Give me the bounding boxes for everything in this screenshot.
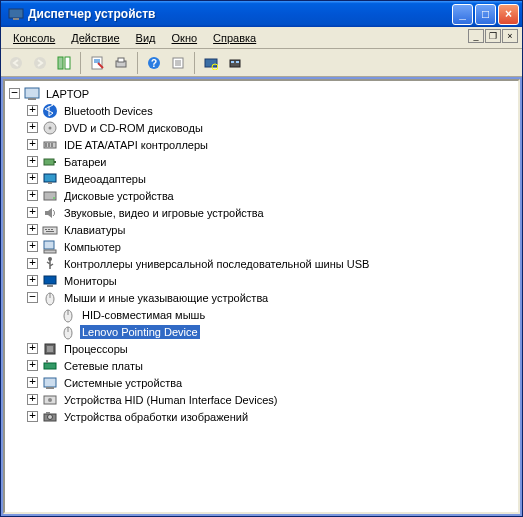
close-button[interactable]: × xyxy=(498,4,519,25)
menu-action[interactable]: Действие xyxy=(63,30,127,46)
tree-category-label[interactable]: Батареи xyxy=(62,155,109,169)
expand-icon[interactable]: + xyxy=(27,207,38,218)
tree-category-label[interactable]: Звуковые, видео и игровые устройства xyxy=(62,206,266,220)
titlebar[interactable]: Диспетчер устройств _ □ × xyxy=(1,1,522,27)
tree-device-label[interactable]: Lenovo Pointing Device xyxy=(80,325,200,339)
expand-icon[interactable]: + xyxy=(27,411,38,422)
tree-category-node[interactable]: + Звуковые, видео и игровые устройства xyxy=(27,204,516,221)
sound-icon xyxy=(42,205,58,221)
bluetooth-icon xyxy=(42,103,58,119)
tree-device-label[interactable]: HID-совместимая мышь xyxy=(80,308,207,322)
expand-icon[interactable]: + xyxy=(27,394,38,405)
menu-window[interactable]: Окно xyxy=(164,30,206,46)
tree-category-label[interactable]: Видеоадаптеры xyxy=(62,172,148,186)
tree-category-node[interactable]: + DVD и CD-ROM дисководы xyxy=(27,119,516,136)
tree-category-node[interactable]: + Батареи xyxy=(27,153,516,170)
tree-category-node[interactable]: + IDE ATA/ATAPI контроллеры xyxy=(27,136,516,153)
display-icon xyxy=(42,171,58,187)
tree-category-node[interactable]: + Компьютер xyxy=(27,238,516,255)
maximize-button[interactable]: □ xyxy=(475,4,496,25)
expand-icon[interactable]: + xyxy=(27,360,38,371)
app-icon xyxy=(8,6,24,22)
expand-icon[interactable]: + xyxy=(27,105,38,116)
mdi-close-button[interactable]: × xyxy=(502,29,518,43)
expand-icon[interactable]: + xyxy=(27,190,38,201)
menu-view[interactable]: Вид xyxy=(128,30,164,46)
tree-category-label[interactable]: Клавиатуры xyxy=(62,223,127,237)
tree-category-label[interactable]: IDE ATA/ATAPI контроллеры xyxy=(62,138,210,152)
tree-category-node[interactable]: − Мыши и иные указывающие устройства xyxy=(27,289,516,306)
mdi-restore-button[interactable]: ❐ xyxy=(485,29,501,43)
disk-icon xyxy=(42,188,58,204)
tree-category-label[interactable]: Контроллеры универсальной последовательн… xyxy=(62,257,371,271)
minimize-button[interactable]: _ xyxy=(452,4,473,25)
tree-category-node[interactable]: + Устройства HID (Human Interface Device… xyxy=(27,391,516,408)
tree-category-label[interactable]: Устройства HID (Human Interface Devices) xyxy=(62,393,279,407)
tree-category-label[interactable]: Bluetooth Devices xyxy=(62,104,155,118)
tree-category-node[interactable]: + Процессоры xyxy=(27,340,516,357)
tree-category-node[interactable]: + Видеоадаптеры xyxy=(27,170,516,187)
collapse-icon[interactable]: − xyxy=(9,88,20,99)
svg-rect-10 xyxy=(118,58,124,62)
app-window: Диспетчер устройств _ □ × Консоль Действ… xyxy=(0,0,523,517)
tree-category-label[interactable]: DVD и CD-ROM дисководы xyxy=(62,121,205,135)
collapse-icon[interactable]: − xyxy=(27,292,38,303)
uninstall-button[interactable] xyxy=(224,52,246,74)
tree-category-label[interactable]: Процессоры xyxy=(62,342,130,356)
tree-category-node[interactable]: + Мониторы xyxy=(27,272,516,289)
tree-category-node[interactable]: + Устройства обработки изображений xyxy=(27,408,516,425)
tree-category-label[interactable]: Сетевые платы xyxy=(62,359,145,373)
menu-help[interactable]: Справка xyxy=(205,30,264,46)
menu-console[interactable]: Консоль xyxy=(5,30,63,46)
monitor-icon xyxy=(42,273,58,289)
tree-category-node[interactable]: + Сетевые платы xyxy=(27,357,516,374)
tree-category-node[interactable]: + Дисковые устройства xyxy=(27,187,516,204)
svg-point-59 xyxy=(48,414,53,419)
mdi-client-area: − LAPTOP + Bluetooth Devices + DVD и CD-… xyxy=(1,77,522,516)
cpu-icon xyxy=(42,341,58,357)
svg-rect-43 xyxy=(47,285,53,287)
tree-spacer xyxy=(45,326,56,337)
tree-category-node[interactable]: + Системные устройства xyxy=(27,374,516,391)
expand-icon[interactable]: + xyxy=(27,122,38,133)
tree-category-label[interactable]: Системные устройства xyxy=(62,376,184,390)
svg-rect-14 xyxy=(205,59,217,67)
tree-category-node[interactable]: + Контроллеры универсальной последовател… xyxy=(27,255,516,272)
scan-hardware-button[interactable] xyxy=(200,52,222,74)
tree-device-node[interactable]: HID-совместимая мышь xyxy=(45,306,516,323)
svg-rect-29 xyxy=(54,161,56,163)
show-hide-tree-button[interactable] xyxy=(53,52,75,74)
svg-rect-35 xyxy=(45,229,47,230)
mouse-icon xyxy=(60,324,76,340)
menubar: Консоль Действие Вид Окно Справка _ ❐ × xyxy=(1,27,522,49)
tree-category-label[interactable]: Мыши и иные указывающие устройства xyxy=(62,291,270,305)
tree-category-label[interactable]: Мониторы xyxy=(62,274,119,288)
toolbar-separator xyxy=(194,52,195,74)
svg-rect-6 xyxy=(92,57,102,69)
expand-icon[interactable]: + xyxy=(27,241,38,252)
help-button[interactable]: ? xyxy=(143,52,165,74)
expand-icon[interactable]: + xyxy=(27,139,38,150)
tree-category-node[interactable]: + Bluetooth Devices xyxy=(27,102,516,119)
nav-back-button xyxy=(5,52,27,74)
tree-device-node[interactable]: Lenovo Pointing Device xyxy=(45,323,516,340)
tree-root-label[interactable]: LAPTOP xyxy=(44,87,91,101)
svg-rect-31 xyxy=(48,182,52,184)
mdi-minimize-button[interactable]: _ xyxy=(468,29,484,43)
export-list-button[interactable] xyxy=(167,52,189,74)
tree-root-node[interactable]: − LAPTOP xyxy=(9,85,516,102)
expand-icon[interactable]: + xyxy=(27,173,38,184)
expand-icon[interactable]: + xyxy=(27,258,38,269)
properties-button[interactable] xyxy=(86,52,108,74)
tree-category-label[interactable]: Устройства обработки изображений xyxy=(62,410,250,424)
tree-category-label[interactable]: Компьютер xyxy=(62,240,123,254)
expand-icon[interactable]: + xyxy=(27,156,38,167)
device-tree-pane[interactable]: − LAPTOP + Bluetooth Devices + DVD и CD-… xyxy=(3,79,520,514)
expand-icon[interactable]: + xyxy=(27,377,38,388)
print-button[interactable] xyxy=(110,52,132,74)
tree-category-node[interactable]: + Клавиатуры xyxy=(27,221,516,238)
expand-icon[interactable]: + xyxy=(27,224,38,235)
tree-category-label[interactable]: Дисковые устройства xyxy=(62,189,176,203)
expand-icon[interactable]: + xyxy=(27,343,38,354)
expand-icon[interactable]: + xyxy=(27,275,38,286)
